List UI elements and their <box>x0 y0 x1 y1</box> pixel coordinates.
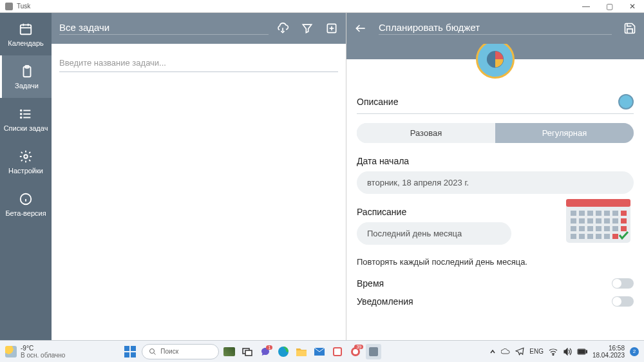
sidebar-item-beta[interactable]: Бета-версия <box>0 183 52 225</box>
tray-chevron-icon[interactable] <box>489 348 496 355</box>
svg-rect-25 <box>587 211 593 216</box>
taskbar-current-app[interactable] <box>366 344 381 359</box>
svg-rect-41 <box>604 226 610 231</box>
svg-point-11 <box>21 117 22 119</box>
notifications-toggle[interactable] <box>612 296 634 307</box>
save-icon[interactable] <box>623 22 636 35</box>
svg-rect-37 <box>571 226 576 231</box>
cloud-sync-icon[interactable] <box>276 22 289 35</box>
add-task-icon[interactable] <box>325 22 338 35</box>
left-header: Все задачи <box>52 13 346 44</box>
svg-rect-44 <box>571 234 576 239</box>
tray-wifi-icon[interactable] <box>549 348 558 356</box>
repeat-description: Повторять каждый последний день месяца. <box>357 257 634 267</box>
tray-battery-icon[interactable] <box>577 348 587 355</box>
svg-rect-24 <box>579 211 585 216</box>
svg-rect-31 <box>579 218 585 224</box>
svg-rect-45 <box>579 234 585 239</box>
svg-rect-46 <box>587 234 593 239</box>
svg-point-10 <box>21 113 22 115</box>
sidebar-item-label: Настройки <box>8 167 43 175</box>
sidebar-item-settings[interactable]: Настройки <box>0 140 52 183</box>
tray-notification-badge[interactable]: 2 <box>630 347 639 356</box>
sidebar-item-calendar[interactable]: Календарь <box>0 13 52 55</box>
svg-rect-43 <box>621 226 627 231</box>
taskbar-app-1[interactable] <box>222 344 237 359</box>
calendar-icon <box>18 21 33 37</box>
svg-point-54 <box>150 348 155 353</box>
tray-volume-icon[interactable] <box>563 348 572 356</box>
sidebar-item-lists[interactable]: Списки задач <box>0 98 52 140</box>
sidebar-item-tasks[interactable]: Задачи <box>0 55 52 98</box>
svg-rect-28 <box>612 211 618 216</box>
svg-rect-48 <box>604 234 610 239</box>
filter-icon[interactable] <box>301 22 314 35</box>
search-placeholder: Поиск <box>160 348 178 355</box>
tray-language[interactable]: ENG <box>529 348 544 355</box>
right-panel: Спланировать бюджет Описание Разовая Рег… <box>346 13 644 340</box>
weather-widget[interactable]: -9°C В осн. облачно <box>5 345 65 359</box>
svg-point-63 <box>553 354 554 356</box>
taskbar-mail-icon[interactable] <box>312 344 327 359</box>
svg-rect-59 <box>296 350 307 356</box>
svg-rect-35 <box>612 218 618 224</box>
maximize-button[interactable]: ▢ <box>603 2 616 11</box>
info-icon <box>18 191 33 207</box>
svg-rect-57 <box>245 350 252 356</box>
left-panel: Все задачи <box>52 13 346 340</box>
tray-onedrive-icon[interactable] <box>501 348 510 355</box>
taskbar-app-3[interactable]: 39 <box>348 344 363 359</box>
start-date-label: Дата начала <box>357 156 634 166</box>
taskbar-search[interactable]: Поиск <box>142 344 219 359</box>
tray-telegram-icon[interactable] <box>515 347 524 356</box>
back-icon[interactable] <box>354 22 367 35</box>
tab-single[interactable]: Разовая <box>357 123 495 143</box>
gear-icon <box>18 149 33 164</box>
notifications-label: Уведомления <box>357 296 612 307</box>
svg-point-9 <box>21 110 22 111</box>
task-name-input[interactable] <box>59 54 338 72</box>
svg-rect-33 <box>596 218 601 224</box>
schedule-label: Расписание <box>357 207 550 217</box>
weather-icon <box>5 346 17 357</box>
left-title: Все задачи <box>59 22 269 35</box>
svg-rect-49 <box>612 234 618 239</box>
sidebar-item-label: Бета-версия <box>5 209 46 217</box>
svg-rect-38 <box>579 226 585 231</box>
pie-chart-icon <box>476 44 515 79</box>
svg-rect-29 <box>621 211 627 216</box>
right-header: Спланировать бюджет <box>346 13 644 44</box>
minimize-button[interactable]: — <box>580 2 592 11</box>
svg-rect-65 <box>586 350 587 353</box>
svg-rect-66 <box>578 350 585 354</box>
taskbar-chat-icon[interactable]: 1 <box>258 344 273 359</box>
close-button[interactable]: ✕ <box>626 2 639 11</box>
svg-rect-32 <box>587 218 593 224</box>
taskbar-taskview-icon[interactable] <box>240 344 255 359</box>
svg-rect-23 <box>571 211 576 216</box>
color-picker[interactable] <box>618 94 634 110</box>
tray-datetime[interactable]: 16:58 18.04.2023 <box>592 345 625 359</box>
start-date-value[interactable]: вторник, 18 апреля 2023 г. <box>357 171 634 194</box>
tab-repeat[interactable]: Регулярная <box>495 123 634 143</box>
sidebar-item-label: Списки задач <box>4 124 48 132</box>
time-label: Время <box>357 278 612 289</box>
svg-line-55 <box>154 352 156 354</box>
time-toggle[interactable] <box>612 278 634 289</box>
svg-rect-27 <box>604 211 610 216</box>
start-button[interactable] <box>121 343 139 361</box>
clipboard-icon <box>19 64 35 79</box>
schedule-value[interactable]: Последний день месяца <box>357 222 511 245</box>
taskbar-edge-icon[interactable] <box>276 344 291 359</box>
svg-rect-26 <box>596 211 601 216</box>
list-icon <box>18 106 33 122</box>
svg-rect-52 <box>124 352 129 357</box>
recurrence-toggle: Разовая Регулярная <box>357 123 634 143</box>
taskbar-explorer-icon[interactable] <box>294 344 309 359</box>
svg-rect-36 <box>621 218 627 224</box>
sidebar-item-label: Задачи <box>15 82 39 90</box>
svg-rect-42 <box>612 226 618 231</box>
taskbar-app-2[interactable] <box>330 344 345 359</box>
windows-taskbar: -9°C В осн. облачно Поиск 1 39 ENG 16 <box>0 340 644 362</box>
weather-desc: В осн. облачно <box>21 352 65 359</box>
